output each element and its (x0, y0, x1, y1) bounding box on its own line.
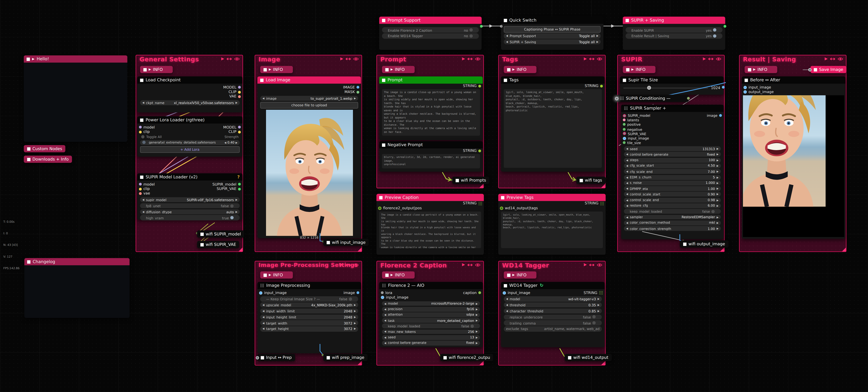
collapse-square-icon[interactable] (327, 241, 330, 244)
toggle-knob[interactable] (230, 204, 234, 208)
input-slot[interactable] (139, 91, 142, 93)
input-slot[interactable] (378, 206, 382, 210)
run-group-icon[interactable]: ▶ (584, 263, 587, 267)
run-group-icon[interactable]: ▶ (703, 57, 706, 61)
widget-row[interactable]: ◀ Enable SUPIR yes ▶ (626, 27, 722, 32)
fit-group-icon[interactable] (226, 57, 232, 61)
collapse-square-icon[interactable] (382, 19, 385, 22)
input-slot[interactable] (259, 86, 262, 89)
widget-row[interactable]: ◀ cfg_scale_start 4.50 ▶ (624, 163, 721, 168)
widget-row[interactable]: ◀ SUPIR + Saving Toggle all ▶ (504, 39, 601, 44)
node-wifi-supir-vae[interactable]: wifi SUPIR_VAE (197, 241, 239, 248)
widget-row[interactable]: ◀ seed 13 ▶ (382, 335, 480, 340)
input-slot[interactable] (139, 86, 142, 89)
add-lora-button[interactable]: + Add Lora (140, 146, 240, 153)
decrement-arrow-icon[interactable]: ◀ (384, 302, 386, 305)
decrement-arrow-icon[interactable]: ◀ (262, 322, 264, 324)
input-slot[interactable] (259, 291, 262, 295)
output-slot[interactable] (841, 91, 844, 93)
run-group-icon[interactable]: ▶ (584, 57, 587, 61)
decrement-arrow-icon[interactable]: ◀ (626, 227, 628, 230)
increment-arrow-icon[interactable]: ▶ (476, 302, 478, 305)
output-slot[interactable] (478, 291, 481, 294)
node-header[interactable]: SUPIR + Saving (623, 17, 725, 24)
node-header[interactable]: Prompt Support (379, 17, 482, 24)
node-header[interactable]: SUPIR Model Loader (v2)? (137, 173, 243, 180)
widget-row[interactable]: ◀ model wd-vit-tagger-v3 ▶ (504, 297, 602, 302)
widget-row[interactable]: ◀ DPMPP_eta 1.00 ▶ (624, 186, 721, 191)
decrement-arrow-icon[interactable]: ◀ (626, 193, 628, 196)
expand-arrow-icon[interactable]: ▶ (32, 57, 34, 60)
decrement-arrow-icon[interactable]: ◀ (262, 315, 264, 319)
collapse-square-icon[interactable] (683, 242, 686, 246)
node-changelog[interactable]: Changelog (25, 258, 130, 318)
increment-arrow-icon[interactable]: ▶ (596, 34, 598, 37)
node-custom-nodes[interactable]: Custom Nodes (24, 145, 66, 152)
caption-preview-textarea[interactable]: The image is a candid close-up portrait … (379, 211, 481, 248)
increment-arrow-icon[interactable]: ▶ (476, 319, 478, 322)
output-slot[interactable] (238, 183, 241, 186)
node-wifi-output-image[interactable]: wifi output_image (680, 240, 728, 247)
increment-arrow-icon[interactable]: ▶ (476, 313, 478, 316)
node-wd14-tagger[interactable]: WD14 Tagger↻ input_image STRING ◀ model … (501, 282, 604, 347)
widget-row[interactable]: ◀ trailing_comma false ▶ (504, 320, 602, 326)
toggle-visibility-eye-icon[interactable] (234, 57, 240, 61)
widget-row[interactable]: ◀ keep_model_loaded false ▶ (624, 209, 721, 214)
input-slot[interactable] (139, 126, 142, 129)
output-slot[interactable] (719, 119, 722, 121)
decrement-arrow-icon[interactable]: ◀ (224, 141, 226, 144)
node-header[interactable]: Florence 2 — AIO (379, 282, 483, 289)
decrement-arrow-icon[interactable]: ◀ (262, 97, 264, 100)
decrement-arrow-icon[interactable]: ◀ (626, 187, 628, 190)
decrement-arrow-icon[interactable]: ◀ (142, 210, 144, 213)
node-negative-prompt[interactable]: Negative Prompt STRING blurry, unrealist… (379, 141, 483, 172)
output-slot[interactable] (841, 86, 844, 89)
node-info-prep[interactable]: ▶INFO (260, 271, 293, 279)
node-supir-sampler[interactable]: SUPIR Sampler + SUPIR_model image latent… (621, 104, 724, 239)
decrement-arrow-icon[interactable]: ◀ (384, 341, 386, 344)
widget-row[interactable]: ◀ color_correction_strength 1.00 ▶ (624, 226, 721, 231)
node-wifi-prompts[interactable]: wifi Prompts (452, 177, 489, 184)
input-slot[interactable] (623, 128, 626, 130)
decrement-arrow-icon[interactable]: ◀ (384, 319, 386, 322)
group-title[interactable]: SUPIR (621, 56, 642, 63)
decrement-arrow-icon[interactable]: ◀ (506, 304, 508, 306)
increment-arrow-icon[interactable]: ▶ (476, 341, 478, 344)
input-slot[interactable] (623, 123, 626, 126)
node-info-florence[interactable]: ▶INFO (382, 271, 414, 279)
decrement-arrow-icon[interactable]: ◀ (626, 216, 628, 218)
result-preview-image[interactable] (743, 95, 844, 237)
supir-saving-output-slot[interactable] (724, 25, 726, 28)
node-header[interactable]: Load Image (257, 77, 361, 84)
choose-file-button[interactable]: choose file to upload (260, 102, 358, 109)
widget-row[interactable]: ◀ control before generate fixed ▶ (624, 152, 721, 157)
tags-textarea[interactable]: 1girl, solo, looking_at_viewer, smile, o… (504, 89, 602, 168)
collapse-square-icon[interactable] (200, 243, 204, 246)
decrement-arrow-icon[interactable]: ◀ (506, 40, 508, 43)
node-before-after[interactable]: Before ↔ After input_image output_image (742, 77, 845, 239)
output-slot[interactable] (238, 187, 241, 190)
toggle-visibility-eye-icon[interactable] (475, 57, 480, 61)
collapse-square-icon[interactable] (580, 179, 583, 182)
increment-arrow-icon[interactable]: ▶ (354, 328, 356, 330)
node-info-supir[interactable]: ▶INFO (623, 66, 655, 73)
output-slot[interactable] (719, 142, 722, 144)
collapse-square-icon[interactable] (385, 68, 389, 71)
output-slot[interactable] (600, 202, 604, 205)
toggle-knob[interactable] (593, 321, 596, 325)
output-slot[interactable] (478, 85, 481, 87)
run-group-icon[interactable]: ▶ (462, 263, 465, 267)
decrement-arrow-icon[interactable]: ◀ (384, 330, 386, 333)
widget-row[interactable]: ◀ restore_cfg 6.00 ▶ (624, 203, 721, 208)
increment-arrow-icon[interactable]: ▶ (717, 153, 718, 156)
node-info-general[interactable]: ▶INFO (140, 66, 173, 73)
node-wifi-wd14-output[interactable]: wifi wd14_output (565, 354, 612, 361)
widget-row[interactable]: ◀ Prompt Support Toggle all ▶ (504, 33, 601, 38)
collapse-square-icon[interactable] (264, 273, 267, 277)
conditioning-output-slot[interactable] (687, 97, 690, 100)
increment-arrow-icon[interactable]: ▶ (236, 199, 238, 201)
collapse-square-icon[interactable] (385, 273, 389, 277)
output-slot[interactable] (238, 91, 241, 93)
node-wifi-supir-model[interactable]: wifi SUPIR_model (197, 230, 244, 238)
toggle-visibility-eye-icon[interactable] (597, 57, 602, 61)
